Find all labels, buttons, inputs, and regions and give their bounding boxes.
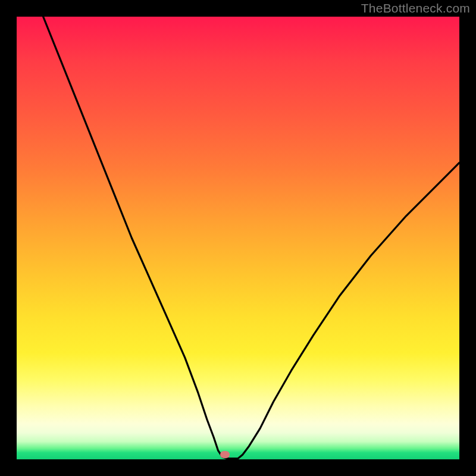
plot-area [17,17,459,459]
watermark-text: TheBottleneck.com [361,1,470,15]
curve-svg [17,17,459,459]
chart-frame: TheBottleneck.com [0,0,476,476]
optimal-point-marker [220,451,230,458]
bottleneck-curve-path [43,17,459,459]
